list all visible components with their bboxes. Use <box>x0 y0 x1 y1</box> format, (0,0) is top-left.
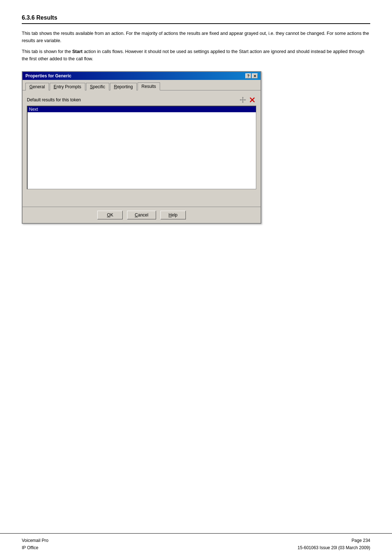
tab-content-results: Default results for this token <box>23 90 261 207</box>
dialog-body: General Entry Prompts Specific Reporting… <box>23 80 261 223</box>
svg-marker-3 <box>242 102 244 103</box>
properties-dialog: Properties for Generic ? ✕ General Entry… <box>22 71 261 224</box>
tab-specific[interactable]: Specific <box>86 83 109 90</box>
move-svg <box>240 97 246 103</box>
tab-bar: General Entry Prompts Specific Reporting… <box>23 80 261 90</box>
description-paragraph-1: This tab shows the results available fro… <box>22 30 370 44</box>
help-button-titlebar[interactable]: ? <box>245 73 251 78</box>
svg-marker-5 <box>245 99 246 101</box>
ok-button[interactable]: OK <box>97 211 123 219</box>
footer-product: Voicemail Pro <box>22 537 48 544</box>
help-button[interactable]: Help <box>160 211 186 219</box>
tab-reporting[interactable]: Reporting <box>110 83 137 90</box>
tab-entry-prompts[interactable]: Entry Prompts <box>50 83 85 90</box>
delete-icon[interactable] <box>248 96 256 104</box>
list-item-next[interactable]: Next <box>28 106 256 112</box>
dialog-titlebar: Properties for Generic ? ✕ <box>23 72 261 80</box>
tab-general[interactable]: General <box>25 83 49 90</box>
page-content: 6.3.6 Results This tab shows the results… <box>0 0 392 253</box>
footer-issue: 15-601063 Issue 20l (03 March 2009) <box>298 544 370 551</box>
cancel-button[interactable]: Cancel <box>127 211 156 219</box>
dialog-footer: OK Cancel Help <box>23 207 261 223</box>
close-button-titlebar[interactable]: ✕ <box>252 73 258 78</box>
svg-marker-2 <box>242 97 244 98</box>
footer-company: IP Office <box>22 544 48 551</box>
description-paragraph-2: This tab is shown for the Start action i… <box>22 48 370 62</box>
footer-page: Page 234 <box>298 537 370 544</box>
tab-results[interactable]: Results <box>138 82 160 90</box>
move-icon[interactable] <box>239 96 247 104</box>
results-list: Next <box>27 106 256 189</box>
footer-right: Page 234 15-601063 Issue 20l (03 March 2… <box>298 537 370 551</box>
delete-svg <box>249 97 255 103</box>
results-label: Default results for this token <box>27 97 81 102</box>
svg-marker-4 <box>240 99 241 101</box>
dialog-title: Properties for Generic <box>25 73 72 78</box>
toolbar-icons <box>239 96 256 104</box>
description-bold-text: Start <box>72 49 82 54</box>
footer-bar: Voicemail Pro IP Office Page 234 15-6010… <box>0 533 392 555</box>
section-heading: 6.3.6 Results <box>22 15 370 24</box>
results-toolbar: Default results for this token <box>27 96 256 104</box>
footer-left: Voicemail Pro IP Office <box>22 537 48 551</box>
description-pre-text: This tab is shown for the <box>22 49 72 54</box>
titlebar-buttons: ? ✕ <box>245 73 258 78</box>
